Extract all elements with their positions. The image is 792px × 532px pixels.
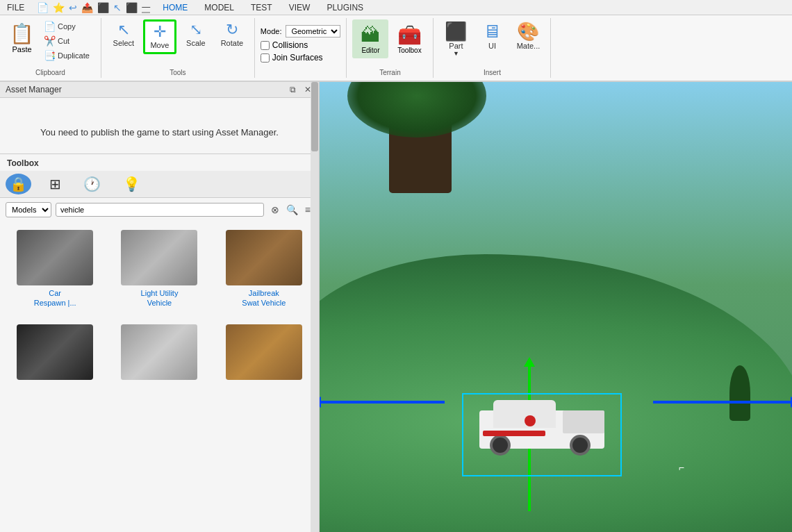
menu-view[interactable]: VIEW — [285, 1, 315, 14]
mode-select[interactable]: Geometric — [286, 25, 340, 38]
wheel-front — [490, 435, 511, 456]
select-icon: ↖ — [117, 22, 130, 38]
result-label-2: JailbreakSwat Vehicle — [242, 288, 286, 308]
toolbox-tab-bulb[interactable]: 💡 — [119, 174, 145, 194]
material-icon: 🎨 — [517, 22, 539, 40]
copy-button[interactable]: 📄 Copy — [41, 19, 92, 33]
cut-button[interactable]: ✂️ Cut — [41, 34, 92, 48]
toolbar-expand-icon[interactable]: ⬛ — [126, 2, 138, 13]
menu-plugins[interactable]: PLUGINS — [322, 1, 368, 14]
viewport[interactable]: ☁ Village ✕ — [320, 82, 792, 532]
tools-group-label: Tools — [170, 67, 185, 76]
arrow-left — [320, 401, 445, 404]
panel-scrollbar-thumb[interactable] — [311, 82, 318, 151]
toolbar-export-icon[interactable]: 📤 — [81, 2, 93, 13]
ribbon-group-clipboard: 📋 Paste 📄 Copy ✂️ Cut 📑 Duplicate Clipbo… — [0, 18, 101, 78]
corner-indicator: ⌐ — [679, 462, 684, 473]
move-button[interactable]: ✛ Move — [143, 19, 176, 54]
toolbox-tabs: 🔒 ⊞ 🕐 💡 — [0, 171, 319, 198]
duplicate-icon: 📑 — [44, 50, 56, 61]
toolbox-terrain-label: Toolbox — [397, 47, 421, 54]
part-label: Part — [449, 42, 463, 50]
toolbox-terrain-icon: 🧰 — [397, 24, 422, 47]
toolbar-open-icon[interactable]: ⭐ — [53, 2, 65, 13]
mode-text-label: Mode: — [261, 27, 282, 35]
panel-title: Asset Manager — [6, 85, 62, 94]
toolbar-save-icon[interactable]: ↩ — [69, 2, 77, 13]
vehicle-container[interactable] — [472, 400, 611, 463]
bg-tree-right — [729, 365, 750, 421]
toolbox-tab-lock[interactable]: 🔒 — [6, 174, 31, 194]
paste-icon: 📋 — [10, 22, 34, 45]
ribbon: 📋 Paste 📄 Copy ✂️ Cut 📑 Duplicate Clipbo… — [0, 15, 792, 82]
scale-icon: ⤡ — [190, 22, 202, 38]
part-button[interactable]: ⬛ Part ▼ — [439, 19, 472, 60]
toolbar-new-icon[interactable]: 📄 — [37, 2, 49, 13]
result-thumb-3 — [17, 324, 93, 380]
category-select[interactable]: Models — [6, 202, 51, 217]
ribbon-group-tools: ↖ Select ✛ Move ⤡ Scale ↻ Rotate Tools — [101, 18, 255, 78]
ui-icon: 🖥 — [483, 22, 501, 40]
car-thumb-image-4 — [121, 324, 197, 380]
arrow-right — [653, 401, 792, 404]
result-thumb-2 — [226, 230, 302, 285]
3d-scene[interactable]: ⌐ — [320, 82, 792, 532]
result-thumb-0 — [17, 230, 93, 285]
car-thumb-image-1 — [121, 230, 197, 285]
tree-foliage — [347, 82, 486, 138]
menu-model[interactable]: MODEL — [200, 1, 238, 14]
ribbon-group-mode: Mode: Geometric Collisions Join Surfaces — [255, 18, 347, 78]
toolbar-arrow-icon[interactable]: ↖ — [113, 2, 122, 13]
car-thumb-image-5 — [226, 324, 302, 380]
duplicate-label: Duplicate — [58, 51, 90, 60]
result-item-2[interactable]: JailbreakSwat Vehicle — [215, 227, 313, 311]
toolbox-tab-grid[interactable]: ⊞ — [45, 174, 65, 194]
rotate-button[interactable]: ↻ Rotate — [215, 19, 249, 50]
result-thumb-4 — [121, 324, 197, 380]
clipboard-group-label: Clipboard — [35, 67, 65, 76]
select-button[interactable]: ↖ Select — [107, 19, 140, 50]
clear-search-icon[interactable]: ⊗ — [268, 203, 282, 217]
search-input[interactable] — [56, 203, 264, 217]
menu-file[interactable]: FILE — [3, 1, 28, 14]
result-item-5[interactable] — [215, 322, 313, 385]
move-icon: ✛ — [154, 24, 166, 40]
result-item-1[interactable]: Light UtilityVehicle — [110, 227, 208, 311]
scale-label: Scale — [186, 39, 206, 47]
toolbar-square-icon[interactable]: ⬛ — [97, 2, 109, 13]
copy-label: Copy — [58, 22, 76, 31]
panel-float-button[interactable]: ⧉ — [288, 84, 298, 95]
ui-button[interactable]: 🖥 UI — [475, 19, 509, 53]
material-button[interactable]: 🎨 Mate... — [511, 19, 545, 53]
editor-button[interactable]: 🏔 Editor — [352, 19, 388, 58]
panel-header: Asset Manager ⧉ ✕ — [0, 82, 319, 98]
duplicate-button[interactable]: 📑 Duplicate — [41, 49, 92, 63]
terrain-hill — [320, 254, 792, 532]
select-label: Select — [113, 39, 135, 47]
toolbox-section-label: Toolbox — [0, 153, 319, 171]
car-thumb-image-3 — [17, 324, 93, 380]
result-item-3[interactable] — [6, 322, 104, 385]
part-icon: ⬛ — [445, 22, 467, 40]
collisions-checkbox[interactable] — [261, 41, 270, 50]
toolbox-tab-clock[interactable]: 🕐 — [79, 174, 105, 194]
scale-button[interactable]: ⤡ Scale — [179, 19, 213, 50]
paste-button[interactable]: 📋 Paste — [6, 19, 38, 56]
menu-bar: FILE 📄 ⭐ ↩ 📤 ⬛ ↖ ⬛ — HOME MODEL TEST VIE… — [0, 0, 792, 15]
search-row: Models ⊗ 🔍 ≡ — [0, 198, 319, 222]
join-surfaces-checkbox[interactable] — [261, 53, 270, 63]
vehicle — [472, 400, 611, 463]
search-icon[interactable]: 🔍 — [283, 203, 301, 217]
result-item-4[interactable] — [110, 322, 208, 385]
menu-test[interactable]: TEST — [247, 1, 277, 14]
result-thumb-1 — [121, 230, 197, 285]
results-grid: CarRespawn |... Light UtilityVehicle Jai… — [0, 222, 319, 317]
wheel-rear — [570, 435, 591, 456]
toolbar-dash-icon[interactable]: — — [142, 2, 150, 13]
menu-home[interactable]: HOME — [158, 1, 192, 14]
result-item-0[interactable]: CarRespawn |... — [6, 227, 104, 311]
panel-scrollbar[interactable] — [311, 82, 319, 532]
toolbox-terrain-button[interactable]: 🧰 Toolbox — [391, 19, 427, 58]
join-surfaces-label: Join Surfaces — [272, 53, 323, 63]
cut-label: Cut — [58, 37, 69, 45]
